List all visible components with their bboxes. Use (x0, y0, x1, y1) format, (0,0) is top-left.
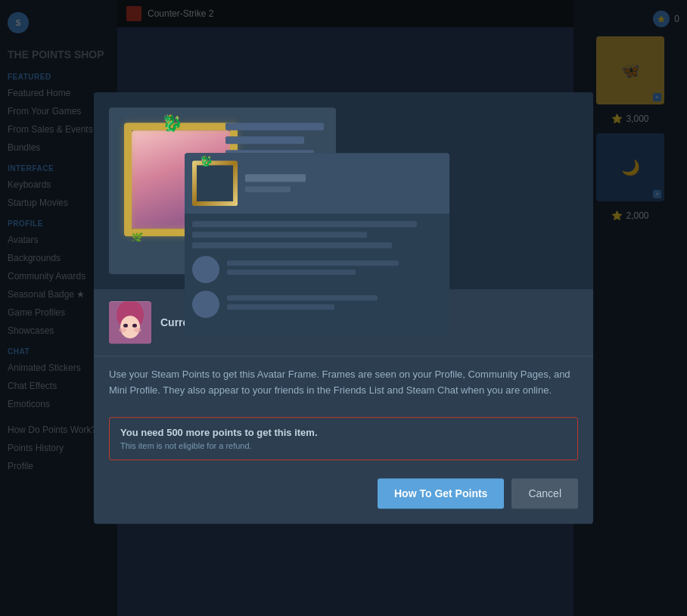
small-preview-body (185, 213, 449, 325)
info-line-2 (225, 136, 304, 144)
sp-section-2 (192, 291, 442, 318)
frame-border-small (192, 160, 238, 206)
current-avatar (109, 301, 151, 344)
points-needed-box: You need 500 more points to get this ite… (109, 417, 578, 460)
cancel-button[interactable]: Cancel (511, 478, 578, 509)
sp-mini-line-4 (227, 304, 334, 310)
sp-line-2 (192, 232, 367, 238)
svg-point-18 (134, 328, 141, 332)
sp-mini-line-1 (227, 260, 399, 266)
modal-dialog: 🐉 🌿 (94, 92, 593, 524)
small-preview-card: 🐉 (185, 153, 449, 334)
preview-name-line (245, 174, 306, 182)
sp-mini-line-3 (227, 295, 378, 300)
svg-point-15 (123, 324, 128, 328)
avatar-small-frame: 🐉 (192, 160, 238, 206)
sp-mini-avatar-2 (192, 291, 219, 318)
info-line-1 (225, 123, 324, 130)
svg-point-17 (119, 328, 126, 332)
bottom-ornament: 🌿 (131, 231, 144, 243)
sp-mini-lines (227, 260, 442, 278)
modal-inner: 🐉 🌿 (94, 92, 593, 524)
preview-area: 🐉 🌿 (94, 92, 593, 289)
sp-mini-line-2 (227, 269, 356, 275)
svg-point-14 (120, 316, 140, 338)
sp-line-1 (192, 221, 417, 227)
description-section: Use your Steam Points to get this Avatar… (94, 356, 593, 409)
description-text: Use your Steam Points to get this Avatar… (109, 367, 578, 399)
sp-section-1 (192, 256, 442, 283)
how-to-get-points-button[interactable]: How To Get Points (378, 478, 504, 509)
sp-mini-avatar (192, 256, 219, 283)
points-needed-title: You need 500 more points to get this ite… (120, 427, 567, 438)
small-preview-header: 🐉 (185, 153, 449, 213)
svg-point-16 (132, 324, 137, 328)
points-needed-sub: This item is not eligible for a refund. (120, 441, 567, 450)
sp-line-3 (192, 242, 392, 248)
sp-mini-lines-2 (227, 295, 442, 313)
button-row: How To Get Points Cancel (94, 468, 593, 509)
small-preview-name-block (245, 174, 306, 192)
preview-sub-line (245, 186, 291, 192)
